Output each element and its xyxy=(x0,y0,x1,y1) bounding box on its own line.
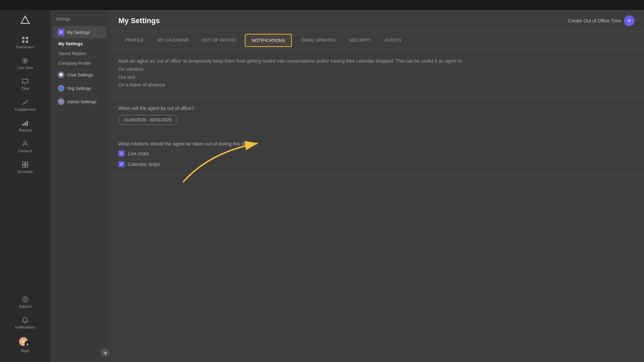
nav-item-notifications[interactable]: Notifications xyxy=(0,312,50,333)
tabs-bar: PROFILE MY CALENDAR OUT OF OFFICE NOTIFI… xyxy=(109,32,644,49)
nav-item-accounts[interactable]: Accounts xyxy=(0,157,50,178)
page-title: My Settings xyxy=(118,16,160,25)
svg-rect-2 xyxy=(26,37,28,39)
accounts-label: Accounts xyxy=(17,170,33,174)
user-avatar-stack: N g. xyxy=(19,337,31,347)
my-settings-icon: ⚙ xyxy=(58,29,64,36)
reports-label: Reports xyxy=(19,128,32,132)
bullet-leave: On a leave of absence xyxy=(118,82,165,87)
chat-label: Chat xyxy=(21,86,29,90)
live-view-icon xyxy=(21,57,29,64)
top-bar xyxy=(0,0,644,10)
bullet-sick: Out sick xyxy=(118,74,136,80)
page-header: My Settings Create Out of Office Time + xyxy=(109,10,644,32)
calendar-drops-checkbox[interactable] xyxy=(118,161,124,167)
tab-security[interactable]: SECURITY xyxy=(342,33,378,48)
sub-item-my-settings[interactable]: My Settings xyxy=(50,39,109,49)
date-range-picker[interactable]: 01/30/2025 - 02/01/2025 xyxy=(118,115,177,125)
svg-point-10 xyxy=(24,141,26,144)
my-settings-section[interactable]: ⚙ My Settings xyxy=(53,26,106,38)
create-button-label: Create Out of Office Time xyxy=(568,18,621,23)
support-label: Support xyxy=(19,304,32,308)
tab-email-updates[interactable]: EMAIL UPDATES xyxy=(294,33,342,48)
collapse-sidebar-button[interactable]: ◀ xyxy=(101,349,109,357)
plus-circle-icon: + xyxy=(624,15,635,26)
svg-rect-7 xyxy=(22,124,24,126)
left-nav: Dashboard Live View Chat xyxy=(0,10,50,362)
org-settings-label: Org Settings xyxy=(67,86,91,91)
engagement-label: Engagement xyxy=(15,107,36,111)
description-text: Mark an agent as 'out of office' to temp… xyxy=(118,57,635,89)
dashboard-label: Dashboard xyxy=(16,45,34,49)
nav-item-contacts[interactable]: Contacts xyxy=(0,136,50,157)
nav-item-support[interactable]: ? Support xyxy=(0,292,50,312)
description-section: Mark an agent as 'out of office' to temp… xyxy=(109,49,644,98)
svg-rect-8 xyxy=(24,122,26,126)
checkbox-calendar-drops[interactable]: Calendar drops xyxy=(118,161,635,167)
sub-item-company-profile[interactable]: Company Profile xyxy=(50,58,109,68)
create-out-of-office-button[interactable]: Create Out of Office Time + xyxy=(568,15,635,26)
rotations-label: What rotations should the agent be taken… xyxy=(118,141,635,146)
checkbox-group: Live chats Calendar drops xyxy=(118,150,635,167)
svg-rect-14 xyxy=(25,165,28,167)
org-settings-section[interactable]: 👥 Org Settings xyxy=(53,82,106,94)
svg-point-6 xyxy=(24,60,26,62)
reports-icon xyxy=(21,119,29,127)
nav-item-engagement[interactable]: Engagement xyxy=(0,95,50,115)
dashboard-icon xyxy=(21,36,29,44)
calendar-drops-label: Calendar drops xyxy=(128,162,160,167)
svg-rect-9 xyxy=(26,121,28,126)
svg-rect-12 xyxy=(25,162,28,164)
chat-settings-section[interactable]: 💬 Chat Settings xyxy=(53,69,106,81)
when-label: When will the agent be out of office? xyxy=(118,106,635,111)
live-chats-checkbox[interactable] xyxy=(118,150,124,157)
svg-rect-3 xyxy=(22,41,24,43)
nav-item-user[interactable]: N g. Ngan xyxy=(0,333,50,357)
admin-settings-icon: 🛡 xyxy=(58,98,64,105)
sub-item-saved-replies[interactable]: Saved Replies xyxy=(50,49,109,58)
tab-notifications[interactable]: NOTIFICATIONS xyxy=(245,34,291,47)
svg-rect-4 xyxy=(26,41,28,43)
nav-item-reports[interactable]: Reports xyxy=(0,115,50,136)
svg-text:?: ? xyxy=(24,297,26,302)
org-settings-icon: 👥 xyxy=(58,85,64,92)
nav-item-dashboard[interactable]: Dashboard xyxy=(0,32,50,53)
tab-profile[interactable]: PROFILE xyxy=(118,33,151,48)
support-icon: ? xyxy=(21,296,29,303)
tab-alerts[interactable]: ALERTS xyxy=(378,33,408,48)
chat-settings-label: Chat Settings xyxy=(67,72,93,77)
svg-rect-13 xyxy=(22,165,25,167)
engagement-icon xyxy=(21,99,29,106)
nav-item-chat[interactable]: Chat xyxy=(0,74,50,95)
checkbox-live-chats[interactable]: Live chats xyxy=(118,150,635,157)
svg-rect-11 xyxy=(22,162,25,164)
admin-settings-section[interactable]: 🛡 Admin Settings xyxy=(53,96,106,108)
user-label: Ngan xyxy=(21,349,30,353)
svg-marker-0 xyxy=(21,16,29,23)
app-logo[interactable] xyxy=(18,13,32,27)
chat-settings-icon: 💬 xyxy=(58,71,64,78)
nav-item-live-view[interactable]: Live View xyxy=(0,53,50,74)
tab-my-calendar[interactable]: MY CALENDAR xyxy=(151,33,196,48)
date-section: When will the agent be out of office? 01… xyxy=(109,98,644,133)
svg-rect-1 xyxy=(22,37,24,39)
notifications-icon xyxy=(21,316,29,324)
main-content: My Settings Create Out of Office Time + … xyxy=(109,10,644,362)
my-settings-section-label: My Settings xyxy=(67,30,90,35)
rotations-section: What rotations should the agent be taken… xyxy=(109,133,644,176)
notifications-label: Notifications xyxy=(15,325,35,329)
chat-icon xyxy=(21,78,29,85)
contacts-icon xyxy=(21,140,29,147)
admin-settings-label: Admin Settings xyxy=(67,99,96,104)
content-area: Mark an agent as 'out of office' to temp… xyxy=(109,49,644,362)
bullet-vacation: On vacation xyxy=(118,66,144,72)
accounts-icon xyxy=(21,161,29,168)
contacts-label: Contacts xyxy=(18,149,32,153)
live-chats-label: Live chats xyxy=(128,151,149,156)
live-view-label: Live View xyxy=(17,66,33,70)
settings-sidebar: Settings ⚙ My Settings My Settings Saved… xyxy=(50,10,109,362)
settings-title: Settings xyxy=(50,14,109,25)
tab-out-of-office[interactable]: OUT OF OFFICE xyxy=(195,33,242,48)
